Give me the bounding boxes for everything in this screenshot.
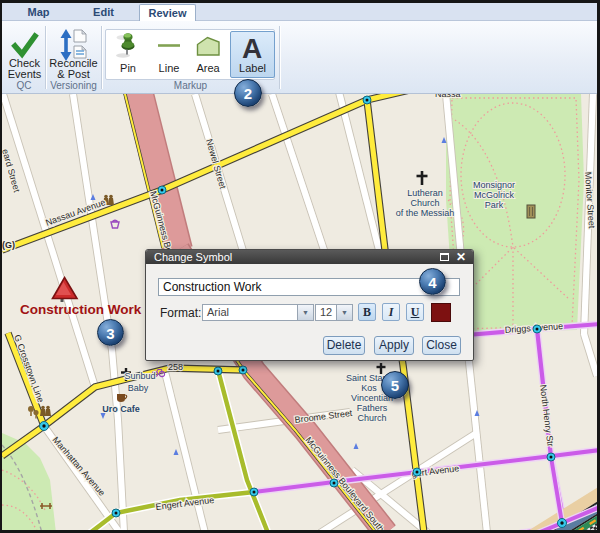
svg-text:A: A xyxy=(242,33,262,64)
svg-text:Nassa: Nassa xyxy=(435,94,461,99)
svg-text:Church: Church xyxy=(357,413,386,423)
svg-text:McGolrick: McGolrick xyxy=(474,190,514,200)
svg-text:Church: Church xyxy=(410,198,439,208)
svg-text:of the Messiah: of the Messiah xyxy=(396,208,455,218)
svg-text:258: 258 xyxy=(168,362,183,372)
svg-text:Construction Work: Construction Work xyxy=(20,302,142,317)
svg-text:Fathers: Fathers xyxy=(357,403,388,413)
svg-text:Baby: Baby xyxy=(128,383,149,393)
svg-text:Kos: Kos xyxy=(361,383,377,393)
svg-text:Monsignor: Monsignor xyxy=(473,180,515,190)
svg-text:Uro Cafe: Uro Cafe xyxy=(102,404,140,414)
svg-text:Sunbud: Sunbud xyxy=(124,371,155,381)
svg-text:Lutheran: Lutheran xyxy=(407,188,443,198)
svg-text:(G): (G) xyxy=(2,240,15,250)
svg-text:Park: Park xyxy=(485,200,504,210)
